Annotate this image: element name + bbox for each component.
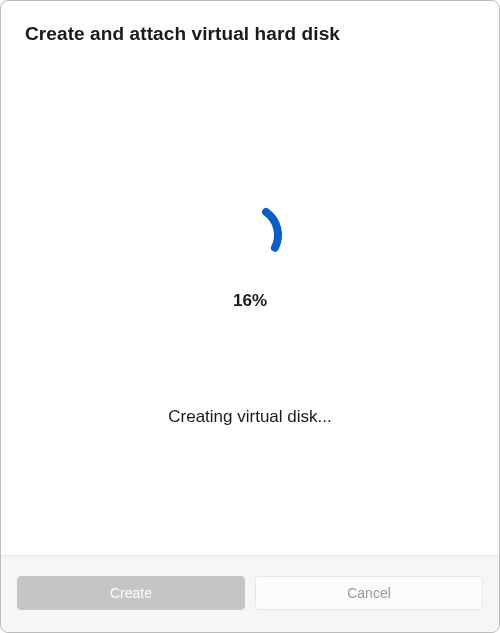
cancel-button[interactable]: Cancel — [255, 576, 483, 610]
svg-point-0 — [211, 196, 289, 274]
progress-percent: 16% — [233, 291, 267, 311]
create-button[interactable]: Create — [17, 576, 245, 610]
dialog-footer: Create Cancel — [1, 555, 499, 632]
progress-spinner-icon — [210, 195, 290, 275]
dialog-header: Create and attach virtual hard disk — [1, 1, 499, 55]
dialog-content: 16% Creating virtual disk... — [1, 55, 499, 555]
dialog-create-virtual-disk: Create and attach virtual hard disk 16% … — [0, 0, 500, 633]
dialog-title: Create and attach virtual hard disk — [25, 23, 475, 45]
progress-status: Creating virtual disk... — [168, 407, 331, 427]
